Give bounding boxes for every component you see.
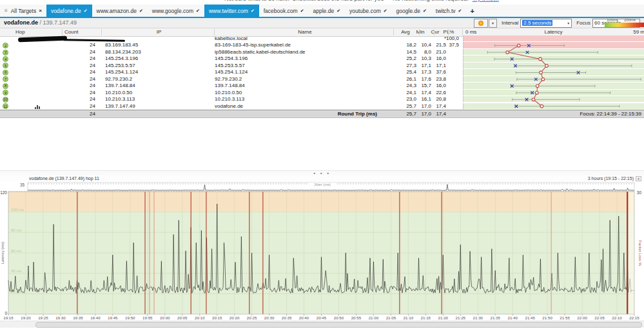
name-cell: 139.7.148.84 (215, 83, 394, 89)
packet-loss-max-label: 30 (637, 190, 642, 195)
time-tick-label: 21:55 (560, 315, 570, 320)
tab-all-targets[interactable]: ≡All Targets× (0, 5, 46, 17)
packet-loss-cell: 100,0 (437, 35, 459, 42)
tab-label: www.twitter.com (209, 8, 248, 14)
table-row[interactable]: 824139.7.148.84139.7.148.8424,315,716,0 (0, 83, 644, 89)
latency-axis-label: Latency (ms) (1, 242, 5, 264)
table-row[interactable]: 72492.79.230.292.79.230.226,117,623,8 (0, 76, 644, 83)
table-row[interactable]: 32488.134.234.203ip5886eacb.static.kabel… (0, 49, 644, 55)
name-cell: 145.254.3.196 (215, 55, 394, 62)
tab-www-amazon-de[interactable]: www.amazon.de✔ (92, 5, 148, 17)
timeline-scrollbar[interactable] (0, 321, 644, 328)
table-row[interactable]: 92410.210.0.5010.210.0.5024,117,422,6 (0, 90, 644, 96)
count-cell: 24 (64, 76, 95, 83)
ip-cell: 145.253.5.57 (105, 63, 213, 69)
timeline-range-selector[interactable]: 3 hours (19:15 - 22:15) (588, 176, 634, 181)
focus-highlight-band (629, 192, 634, 314)
column-header-count[interactable]: Count (64, 29, 78, 35)
table-row[interactable]: 424145.254.3.196145.254.3.19625,210,316,… (0, 55, 644, 62)
time-tick-label: 22:10 (612, 315, 622, 320)
target-ip: 139.7.147.49 (43, 19, 77, 26)
y-min-label: 0 (5, 311, 7, 315)
check-icon[interactable]: ✔ (337, 8, 340, 14)
time-tick-label: 21:45 (525, 315, 535, 320)
promo-text: Not sure what to do next? Checklist does… (224, 0, 469, 2)
cur-cell: 20,8 (424, 96, 446, 103)
table-row[interactable]: 1124139.7.147.49vodafone.de25,717,017,4 (0, 103, 644, 110)
chevron-down-icon: ▼ (491, 21, 494, 25)
hop-table-body: kabelbox.local*100,022483.169.183.4583-1… (0, 35, 644, 110)
add-target-button[interactable]: + (466, 5, 478, 17)
tab-google-de[interactable]: google.de✔ (392, 5, 431, 17)
packet-loss-axis-label: Packet Loss % (638, 240, 642, 266)
latency-graph-cell (463, 35, 644, 42)
tab-label: apple.de (313, 8, 335, 14)
pause-dropdown-button[interactable]: ▼ (489, 19, 497, 28)
timeline-options-button[interactable]: ▾ (636, 176, 641, 181)
promo-banner: Not sure what to do next? Checklist does… (224, 0, 495, 4)
time-tick-label: 20:35 (282, 315, 292, 320)
timeline-graph[interactable]: 35Jitter (ms)19:1519:2019:2519:3019:3519… (0, 182, 644, 320)
check-icon[interactable]: ✔ (458, 8, 462, 14)
table-row[interactable]: 102410.210.3.11310.210.3.11323,016,120,8 (0, 96, 644, 103)
latency-graph-cell (463, 42, 644, 48)
tab-www-google-com[interactable]: www.google.com✔ (148, 5, 204, 17)
latency-graph-cell (463, 55, 644, 62)
target-tabbar: ≡All Targets×vodafone.de✔www.amazon.de✔w… (0, 5, 644, 18)
column-header-ip[interactable]: IP (105, 29, 213, 35)
pause-button[interactable] (474, 19, 488, 28)
column-header-pl[interactable]: PL% (437, 29, 460, 35)
tab-www-twitter-com[interactable]: www.twitter.com✔ (204, 5, 259, 17)
interval-select[interactable]: 2.5 seconds ▼ (520, 19, 572, 28)
close-icon[interactable]: × (39, 8, 42, 14)
check-icon[interactable]: ✔ (423, 8, 427, 14)
check-icon[interactable]: ✔ (300, 8, 304, 14)
tab-twitch-tv[interactable]: twitch.tv✔ (431, 5, 467, 17)
table-row[interactable]: 524145.253.5.57145.253.5.5727,317,117,1 (0, 63, 644, 69)
check-icon[interactable]: ✔ (384, 8, 387, 14)
time-tick-label: 20:20 (229, 315, 240, 320)
name-cell: 145.254.1.124 (215, 69, 394, 75)
scrollbar-thumb[interactable] (35, 322, 642, 328)
round-trip-row: 24 Round Trip (ms) 25,7 17,0 17,4 Focus:… (0, 110, 644, 118)
hop-number-badge: 10 (3, 97, 8, 103)
time-tick-label: 19:45 (108, 315, 118, 320)
table-row[interactable]: 624145.254.1.124145.254.1.12425,417,337,… (0, 69, 644, 75)
column-header-hop[interactable]: Hop (15, 29, 25, 35)
tab-youtube-com[interactable]: youtube.com✔ (345, 5, 392, 17)
hop-number-badge: 3 (3, 50, 8, 55)
check-icon[interactable]: ✔ (251, 8, 255, 14)
tab-facebook-com[interactable]: facebook.com✔ (259, 5, 309, 17)
time-tick-label: 19:25 (38, 315, 48, 320)
tab-label: www.google.com (152, 8, 193, 14)
tab-apple-de[interactable]: apple.de✔ (309, 5, 346, 17)
name-cell: vodafone.de (215, 103, 394, 110)
time-tick-label: 20:45 (317, 315, 327, 320)
check-icon[interactable]: ✔ (84, 8, 88, 14)
count-cell: 24 (64, 90, 95, 96)
tab-vodafone-de[interactable]: vodafone.de✔ (46, 5, 92, 17)
target-name: vodafone.de (4, 19, 38, 26)
check-icon[interactable]: ✔ (139, 8, 143, 14)
name-cell: ip5886eacb.static.kabel-deutschland.de (215, 49, 394, 55)
timeline-title: vodafone.de (139.7.147.49) hop 11 (29, 176, 99, 181)
hop-number-badge: 6 (3, 70, 8, 75)
time-tick-label: 19:50 (125, 315, 135, 320)
ip-cell: 10.210.3.113 (105, 96, 213, 103)
time-tick-label: 21:00 (369, 315, 379, 320)
latency-graph-cell (463, 90, 644, 96)
focus-label: Focus (576, 20, 590, 26)
interval-label: Interval (502, 20, 518, 26)
cur-cell: 17,1 (424, 63, 446, 69)
table-row[interactable]: kabelbox.local*100,0 (0, 35, 644, 42)
ip-cell: 145.254.1.124 (105, 69, 213, 75)
table-row[interactable]: 22483.169.183.4583-169-183-45-isp.superk… (0, 42, 644, 48)
promo-link[interactable]: Try it now! (473, 0, 499, 2)
tab-label: www.amazon.de (97, 8, 137, 14)
column-header-name[interactable]: Name (215, 29, 395, 35)
time-tick-label: 21:35 (490, 315, 500, 320)
tab-label: google.de (396, 8, 420, 14)
check-icon[interactable]: ✔ (196, 8, 200, 14)
latency-grid-label: 60 ms (11, 249, 21, 253)
hop-number-badge: 11 (3, 103, 8, 109)
